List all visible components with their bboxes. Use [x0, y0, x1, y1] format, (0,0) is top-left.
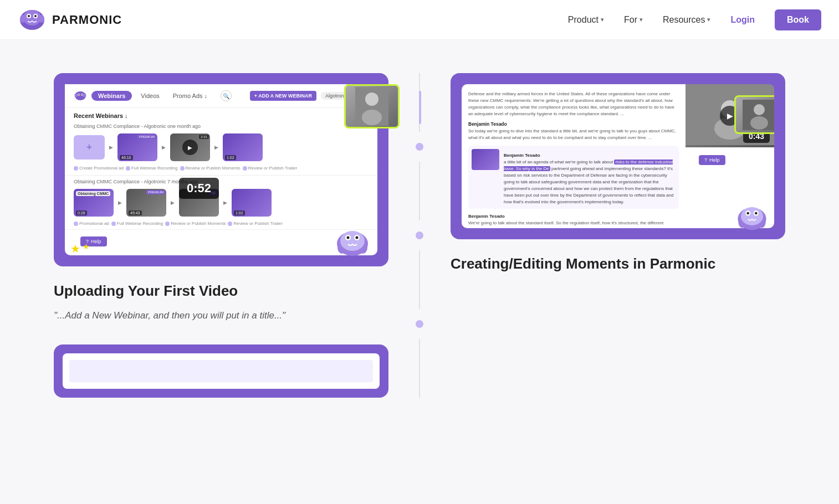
thumbnail-7: 1:02 — [232, 189, 272, 217]
nav-item-book[interactable]: Book — [775, 9, 821, 30]
transcript-cont: partment going ahead and implementing th… — [504, 166, 673, 204]
upload-video-quote: "...Add a New Webinar, and then you will… — [54, 308, 388, 323]
mascot-image — [333, 224, 372, 258]
nav-item-resources[interactable]: Resources ▾ — [663, 15, 710, 25]
step4: Review or Publish Trailer — [243, 166, 297, 171]
arrow-icon6: ▶ — [223, 200, 227, 205]
svg-point-19 — [362, 110, 382, 125]
svg-point-9 — [39, 15, 44, 23]
arrow-icon3: ▶ — [214, 145, 218, 150]
nav-link-product[interactable]: Product ▾ — [568, 15, 604, 25]
step2-1: Promotional ad — [74, 221, 109, 226]
arrow-icon5: ▶ — [171, 200, 175, 205]
time-label-5: 45:43 — [129, 210, 142, 215]
svg-point-37 — [741, 207, 763, 225]
search-icon[interactable]: 🔍 — [221, 90, 232, 101]
left-column: Webinars Videos Promo Ads ↓ 🔍 + ADD A NE… — [54, 73, 411, 398]
svg-point-16 — [84, 94, 86, 97]
premium-badge2: PREMIUM — [146, 190, 165, 194]
time-label-3: 1:02 — [225, 155, 236, 160]
row2-title: Obtaining CMMC Compliance - Algotronic 7… — [65, 175, 377, 187]
right-floating-thumb — [734, 95, 774, 134]
add-webinar-button[interactable]: + ADD A NEW WEBINAR — [250, 91, 316, 101]
app-mockup: Webinars Videos Promo Ads ↓ 🔍 + ADD A NE… — [65, 84, 377, 255]
transcript-highlight-row: Benjamin Tesado a little bit of an agend… — [468, 146, 679, 209]
time-label-4: 0:28 — [76, 210, 87, 215]
arrow-icon: ▶ — [109, 145, 113, 150]
videos-tab[interactable]: Videos — [136, 91, 163, 101]
transcript-text-2: We're going to talk about the standard i… — [468, 220, 679, 228]
thumbnail-create: + — [74, 135, 105, 160]
promo-ads-tab[interactable]: Promo Ads ↓ — [168, 91, 212, 101]
transcript-thumb — [472, 149, 499, 170]
svg-point-26 — [347, 236, 350, 239]
transcript-text-1: So today we're going to dive into the st… — [468, 128, 679, 141]
right-column: Defense and the military armed forces in… — [428, 73, 785, 398]
person-image — [346, 86, 398, 127]
divider-line-mid — [419, 162, 420, 220]
step2-2: Full Webinar Recording — [111, 221, 163, 226]
play-icon[interactable]: ▶ — [182, 140, 198, 155]
right-mascot — [734, 201, 770, 232]
divider-dot-2 — [416, 232, 423, 239]
star-decoration: ★ ★ — [70, 242, 90, 255]
thumbnail-1: PREMIUM 46:10 — [117, 133, 157, 161]
nav-link-book[interactable]: Book — [775, 9, 821, 30]
divider-line-top — [419, 73, 420, 132]
svg-point-41 — [755, 212, 758, 215]
step-icons-row1: Create Promotional ad Full Webinar Recor… — [65, 166, 377, 175]
upload-video-title: Uploading Your First Video — [54, 282, 388, 301]
speaker-name-1: Benjamin Tesado — [468, 121, 679, 128]
svg-point-7 — [34, 15, 37, 17]
nav-link-for[interactable]: For ▾ — [624, 15, 643, 25]
transcript-highlight-text: Benjamin Tesado a little bit of an agend… — [504, 149, 676, 205]
creating-moments-card: Defense and the military armed forces in… — [451, 73, 785, 239]
step2-3: Review or Publish Moments — [165, 221, 226, 226]
thumbnail-5: PREMIUM 45:43 — [126, 189, 166, 217]
help-bar: ? Help — [65, 229, 377, 255]
timer-thumb-container: 2:31 0:52 +6 — [179, 189, 219, 217]
step3: Review or Publish Moments — [180, 166, 241, 171]
thumbnails-row2: Obtaining CMMC 0:28 ▶ PREMIUM 45:43 ▶ 2:… — [65, 187, 377, 221]
nav-item-product[interactable]: Product ▾ — [568, 15, 604, 25]
divider-dot-3 — [416, 320, 423, 328]
thumbnails-row1: + ▶ PREMIUM 46:10 ▶ 2:31 ▶ ▶ 1:02 — [65, 131, 377, 166]
recent-webinars-title: Recent Webinars ↓ — [65, 108, 377, 121]
svg-point-15 — [75, 94, 78, 97]
thumbnail-2: 2:31 ▶ — [170, 133, 210, 161]
arrow-icon4: ▶ — [118, 200, 122, 205]
step-icons-row2: Promotional ad Full Webinar Recording Re… — [65, 221, 377, 229]
svg-point-3 — [23, 10, 41, 25]
nav-item-login[interactable]: Login — [730, 15, 755, 25]
arrow-icon2: ▶ — [162, 145, 166, 150]
thumbnail-4: Obtaining CMMC 0:28 — [74, 189, 114, 217]
nav-link-login[interactable]: Login — [730, 15, 755, 25]
time-label-1: 46:10 — [120, 155, 133, 160]
scroll-indicator — [419, 91, 421, 124]
mockup-logo-icon — [74, 90, 87, 101]
webinars-tab[interactable]: Webinars — [91, 91, 132, 101]
thumbnail-3: 1:02 — [223, 133, 263, 161]
cmmc-label: Obtaining CMMC — [76, 191, 110, 196]
page-content: Webinars Videos Promo Ads ↓ 🔍 + ADD A NE… — [32, 40, 807, 431]
right-help-button[interactable]: ? Help — [699, 155, 725, 165]
svg-point-8 — [20, 15, 25, 23]
step1: Create Promotional ad — [74, 166, 124, 171]
step2: Full Webinar Recording — [126, 166, 177, 171]
transcript-panel: Defense and the military armed forces in… — [462, 84, 685, 228]
logo-area[interactable]: PARMONIC — [18, 8, 122, 32]
nav-link-resources[interactable]: Resources ▾ — [663, 15, 710, 25]
right-video-thumbnail: ▶ 0:43 — [685, 84, 774, 147]
mockup-header: Webinars Videos Promo Ads ↓ 🔍 + ADD A NE… — [65, 84, 377, 108]
premium-badge: PREMIUM — [137, 135, 156, 139]
right-help-area: ? Help — [685, 147, 774, 173]
divider-dot-1 — [416, 143, 423, 151]
svg-point-13 — [78, 94, 79, 95]
nav-item-for[interactable]: For ▾ — [624, 15, 643, 25]
svg-point-40 — [746, 212, 749, 215]
bottom-card-inner — [63, 353, 380, 389]
bottom-left-card — [54, 344, 388, 398]
svg-point-18 — [365, 92, 378, 106]
nav-links: Product ▾ For ▾ Resources ▾ Login Book — [568, 9, 821, 30]
svg-point-33 — [750, 116, 768, 130]
